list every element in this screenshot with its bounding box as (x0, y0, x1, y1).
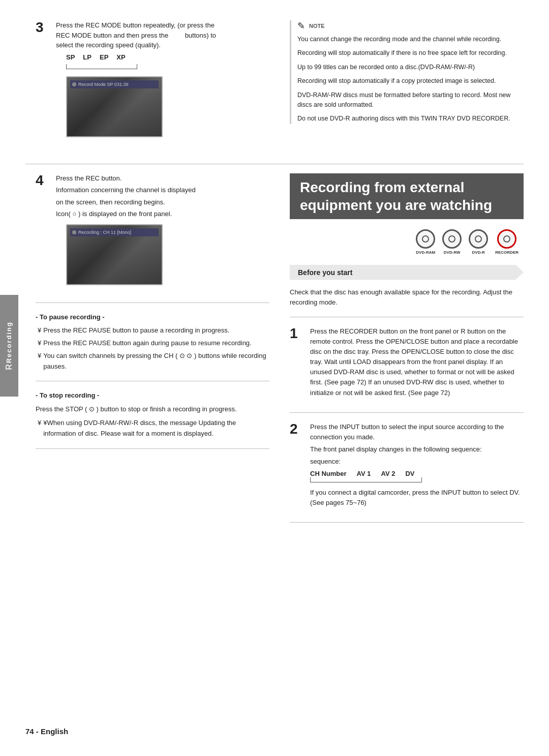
ch-labels: CH Number AV 1 AV 2 DV (310, 470, 524, 477)
rec-icon-2 (72, 230, 76, 234)
disc-recorder-circle (497, 229, 516, 249)
step-3-number: 3 (36, 20, 50, 142)
av2-label: AV 2 (381, 470, 395, 477)
stop-title: - To stop recording - (36, 390, 269, 401)
step3-left: 3 Press the REC MODE button repeatedly, … (25, 20, 269, 155)
disc-ram-label: DVD-RAM (416, 250, 435, 255)
disc-dvd-ram: DVD-RAM (416, 229, 435, 255)
step-4-text3: on the screen, then recording begins. (56, 197, 269, 207)
mode-bracket (66, 64, 137, 69)
ch-bracket (310, 477, 422, 482)
display-screen-2: Recording : CH 11 [Mono] (66, 224, 163, 285)
step-r2: 2 Press the INPUT button to select the i… (290, 422, 524, 510)
divider-7 (290, 522, 524, 523)
pause-section: - To pause recording - ¥ Press the REC P… (36, 312, 269, 372)
page-footer: 74 - English (25, 727, 68, 736)
rec-icon-1 (72, 82, 76, 86)
step-r2-text1: Press the INPUT button to select the inp… (310, 422, 524, 442)
step-3-text: Press the REC MODE button repeatedly, (o… (56, 20, 269, 50)
step-r1-content: Press the RECORDER button on the front p… (310, 326, 524, 400)
display-bar-1: Record Mode SP 031:39 (70, 80, 159, 88)
mode-lp: LP (83, 53, 92, 61)
disc-ram-circle (416, 229, 435, 249)
step-4-text1: Press the REC button. (56, 173, 269, 184)
right-col: Recording from external equipment you ar… (290, 173, 524, 532)
section-heading: Recording from external equipment you ar… (290, 173, 524, 219)
note-block: ✎ NOTE You cannot change the recording m… (290, 20, 524, 124)
step-r2-number: 2 (290, 422, 304, 510)
disc-r-circle (469, 229, 488, 249)
disc-recorder-label: RECORDER (495, 250, 518, 255)
page-number: 74 - English (25, 727, 68, 736)
ch-number-label: CH Number (310, 470, 347, 477)
top-section: 3 Press the REC MODE button repeatedly, … (25, 20, 524, 155)
step-3-content: Press the REC MODE button repeatedly, (o… (56, 20, 269, 142)
note-text-4: Recording will stop automatically if a c… (297, 76, 524, 86)
note-icon-row: ✎ NOTE (297, 20, 524, 32)
mode-ep: EP (100, 53, 108, 61)
step-r1: 1 Press the RECORDER button on the front… (290, 326, 524, 400)
mode-xp: XP (116, 53, 125, 61)
notes-section: ✎ NOTE You cannot change the recording m… (290, 20, 524, 155)
divider-4 (36, 448, 269, 449)
step-4: 4 Press the REC button. Information conc… (36, 173, 269, 290)
step-r2-content: Press the INPUT button to select the inp… (310, 422, 524, 510)
step-4-text2: Information concerning the channel is di… (56, 185, 269, 195)
disc-dvd-rw: DVD-RW (442, 229, 462, 255)
note-text-2: Recording will stop automatically if the… (297, 48, 524, 58)
left-col: 4 Press the REC button. Information conc… (25, 173, 269, 532)
dv-label: DV (405, 470, 414, 477)
step-4-number: 4 (36, 173, 50, 290)
page: RRecording 3 Press the REC MODE button r… (0, 0, 549, 756)
main-columns: 4 Press the REC button. Information conc… (25, 173, 524, 532)
step-r2-text2: The front panel display changes in the f… (310, 444, 524, 455)
mode-sp: SP (66, 53, 75, 61)
note-label: NOTE (309, 23, 325, 29)
yen-icon-3: ¥ (38, 351, 41, 372)
disc-dvd-r: DVD-R (469, 229, 488, 255)
before-start-text: Check that the disc has enough available… (290, 287, 524, 308)
step-4-content: Press the REC button. Information concer… (56, 173, 269, 290)
stop-section: - To stop recording - Press the STOP ( ⊙… (36, 390, 269, 439)
divider-6 (290, 412, 524, 413)
disc-recorder: RECORDER (495, 229, 518, 255)
step-r1-number: 1 (290, 326, 304, 400)
before-start-banner: Before you start (290, 265, 524, 280)
display-screen-1: Record Mode SP 031:39 (66, 76, 163, 137)
disc-r-label: DVD-R (472, 250, 485, 255)
sidebar-recording-tab: RRecording (0, 295, 18, 397)
disc-rw-circle (442, 229, 462, 249)
step-r1-text: Press the RECORDER button on the front p… (310, 326, 524, 398)
yen-icon-4: ¥ (38, 418, 41, 439)
step-r2-text3: If you connect a digital camcorder, pres… (310, 488, 524, 508)
stop-text1: Press the STOP ( ⊙ ) button to stop or f… (36, 404, 269, 415)
pause-bullet-2: ¥ Press the REC PAUSE button again durin… (36, 338, 269, 349)
stop-bullet-1: ¥ ¥When using DVD-RAM/-RW/-R discs, the … (36, 418, 269, 439)
note-pencil-icon: ✎ (297, 20, 305, 32)
disc-rw-label: DVD-RW (444, 250, 461, 255)
divider-5 (290, 317, 524, 317)
heading-line1: Recording from external equipment you ar… (300, 178, 513, 214)
yen-icon-2: ¥ (38, 338, 41, 349)
note-text-3: Up to 99 titles can be recorded onto a d… (297, 63, 524, 72)
pause-bullet-3: ¥ You can switch channels by pressing th… (36, 351, 269, 372)
divider-2 (36, 303, 269, 303)
yen-icon-1: ¥ (38, 325, 41, 336)
step-3: 3 Press the REC MODE button repeatedly, … (36, 20, 269, 142)
sidebar-tab-label: RRecording (5, 321, 14, 370)
pause-title: - To pause recording - (36, 312, 269, 323)
divider-1 (25, 164, 524, 164)
mode-labels: SP LP EP XP (66, 53, 269, 61)
step-r2-sequence-label: sequence: (310, 457, 524, 467)
note-text-5: DVD-RAM/-RW discs must be formatted befo… (297, 90, 524, 110)
step-4-text4: Icon( ○ ) is displayed on the front pane… (56, 209, 269, 219)
disc-icons-row: DVD-RAM DVD-RW DVD-R RECORDER (290, 229, 524, 255)
display-bar-2: Recording : CH 11 [Mono] (70, 228, 159, 236)
divider-3 (36, 381, 269, 381)
pause-bullet-1: ¥ Press the REC PAUSE button to pause a … (36, 325, 269, 336)
av1-label: AV 1 (357, 470, 371, 477)
note-text-6: Do not use DVD-R authoring discs with th… (297, 114, 524, 124)
note-text-1: You cannot change the recording mode and… (297, 35, 524, 44)
